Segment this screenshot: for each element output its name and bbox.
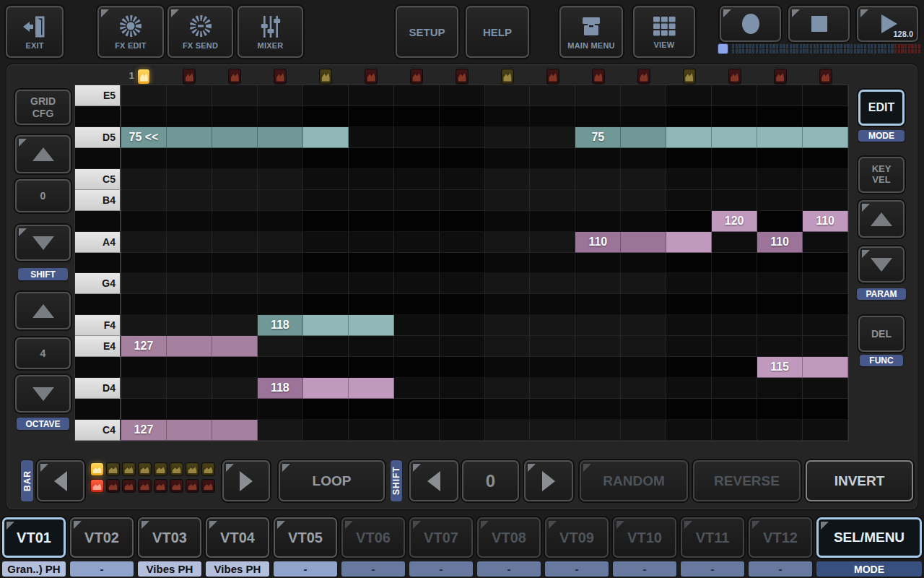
bar-indicator-icon[interactable]	[170, 480, 183, 492]
grid-cell[interactable]	[349, 148, 394, 169]
track-button-vt06[interactable]: VT06	[341, 517, 405, 558]
grid-cell[interactable]	[212, 106, 258, 127]
grid-cell[interactable]	[303, 420, 349, 441]
grid-cell[interactable]	[440, 253, 485, 274]
grid-cell[interactable]	[440, 378, 485, 399]
grid-cell[interactable]	[349, 106, 394, 127]
grid-cell[interactable]	[666, 169, 712, 190]
grid-cell[interactable]	[666, 106, 712, 127]
note-cell[interactable]	[349, 378, 394, 399]
shift-left-button[interactable]	[409, 460, 458, 501]
grid-cell[interactable]	[349, 127, 394, 148]
random-button[interactable]: RANDOM	[580, 460, 688, 501]
bar-indicator-icon[interactable]	[123, 463, 135, 475]
grid-cell[interactable]	[485, 148, 531, 169]
grid-cell[interactable]	[121, 190, 167, 211]
step-indicator-icon[interactable]	[820, 69, 832, 84]
grid-cell[interactable]	[485, 106, 531, 127]
grid-cell[interactable]	[212, 253, 258, 274]
step-indicator-icon[interactable]	[411, 69, 422, 84]
grid-cell[interactable]	[303, 85, 349, 106]
grid-cell[interactable]	[666, 378, 712, 399]
grid-cell[interactable]	[394, 169, 440, 190]
note-cell[interactable]	[621, 232, 666, 253]
track-button-vt04[interactable]: VT04	[206, 517, 269, 558]
track-button-vt09[interactable]: VT09	[545, 517, 609, 558]
octave-up-button[interactable]	[15, 292, 71, 329]
grid-cell[interactable]	[258, 253, 303, 274]
grid-cell[interactable]	[394, 85, 440, 106]
grid-cell[interactable]	[394, 148, 440, 169]
grid-cell[interactable]	[167, 148, 212, 169]
grid-cell[interactable]	[440, 273, 485, 294]
grid-cell[interactable]	[575, 85, 621, 106]
note-cell[interactable]	[666, 232, 712, 253]
grid-cell[interactable]	[803, 273, 848, 294]
bar-indicator-icon[interactable]	[170, 463, 183, 475]
grid-cell[interactable]	[712, 399, 757, 420]
bar-indicator-icon[interactable]	[202, 480, 214, 492]
grid-cell[interactable]	[485, 357, 531, 378]
grid-cell[interactable]	[440, 211, 485, 232]
grid-cell[interactable]	[258, 273, 303, 294]
note-cell[interactable]	[167, 420, 212, 441]
step-indicator-icon[interactable]	[138, 69, 149, 84]
grid-cell[interactable]	[212, 378, 258, 399]
grid-cell[interactable]	[303, 273, 349, 294]
grid-cell[interactable]	[121, 253, 167, 274]
bar-indicator-icon[interactable]	[154, 463, 167, 475]
grid-cell[interactable]	[712, 232, 757, 253]
grid-cell[interactable]	[621, 357, 666, 378]
keyboard-key[interactable]: D5	[75, 127, 121, 148]
grid-cell[interactable]	[712, 378, 757, 399]
grid-cell[interactable]	[621, 253, 666, 274]
grid-cell[interactable]	[666, 190, 712, 211]
grid-cell[interactable]	[394, 294, 440, 315]
grid-cell[interactable]	[121, 85, 167, 106]
bar-indicator-icon[interactable]	[139, 463, 151, 475]
grid-cell[interactable]	[212, 211, 258, 232]
step-indicator-icon[interactable]	[229, 69, 240, 84]
bar-indicator-icon[interactable]	[154, 480, 167, 492]
bar-indicator-icon[interactable]	[91, 463, 103, 475]
grid-cell[interactable]	[303, 148, 349, 169]
grid-cell[interactable]	[530, 190, 575, 211]
step-indicator-icon[interactable]	[684, 69, 695, 84]
keyboard-key[interactable]: A4	[75, 232, 121, 253]
track-button-vt11[interactable]: VT11	[681, 517, 744, 558]
note-cell[interactable]	[803, 127, 848, 148]
grid-cell[interactable]	[803, 315, 848, 336]
grid-cell[interactable]	[712, 148, 757, 169]
grid-cell[interactable]	[757, 273, 803, 294]
note-cell[interactable]	[212, 420, 258, 441]
grid-cell[interactable]	[485, 294, 531, 315]
note-cell[interactable]: 75 <<	[121, 127, 167, 148]
keyboard-key[interactable]: F4	[75, 315, 121, 336]
note-cell[interactable]: 75	[575, 127, 621, 148]
note-cell[interactable]: 118	[258, 315, 303, 336]
edit-mode-button[interactable]: EDIT	[858, 90, 905, 126]
grid-cell[interactable]	[212, 315, 258, 336]
grid-cell[interactable]	[712, 253, 757, 274]
grid-cell[interactable]	[258, 211, 303, 232]
grid-cell[interactable]	[167, 378, 212, 399]
grid-cell[interactable]	[485, 232, 531, 253]
grid-cell[interactable]	[575, 190, 621, 211]
grid-cell[interactable]	[575, 106, 621, 127]
grid-cell[interactable]	[485, 253, 531, 274]
grid-cell[interactable]	[575, 399, 621, 420]
grid-cell[interactable]	[621, 273, 666, 294]
track-button-vt01[interactable]: VT01	[2, 517, 66, 558]
grid-cell[interactable]	[485, 315, 531, 336]
grid-cell[interactable]	[530, 315, 575, 336]
grid-cell[interactable]	[394, 378, 440, 399]
shift-amount-display[interactable]: 0	[462, 460, 519, 501]
grid-cell[interactable]	[349, 399, 394, 420]
track-button-vt12[interactable]: VT12	[749, 517, 812, 558]
grid-cell[interactable]	[121, 148, 167, 169]
grid-cell[interactable]	[212, 357, 258, 378]
grid-cell[interactable]	[666, 148, 712, 169]
grid-cell[interactable]	[440, 169, 485, 190]
grid-cell[interactable]	[485, 399, 531, 420]
fx-send-button[interactable]: FX SEND	[167, 6, 233, 58]
